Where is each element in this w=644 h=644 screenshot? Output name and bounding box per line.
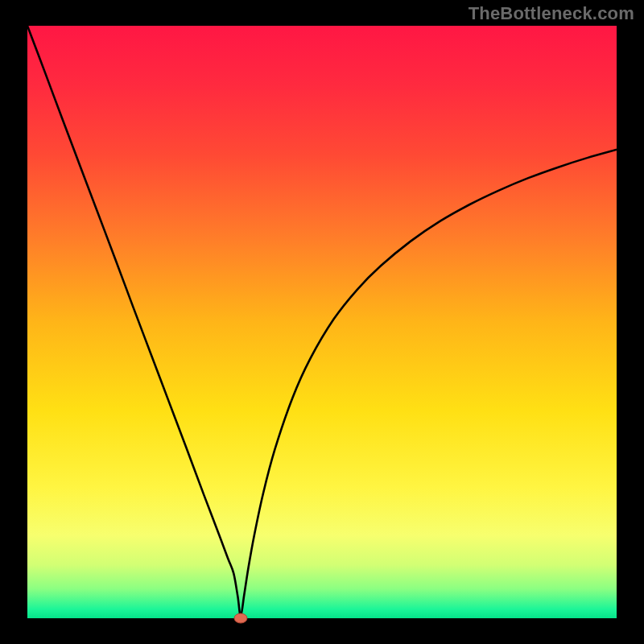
bottleneck-chart — [0, 0, 644, 644]
chart-frame: { "watermark": "TheBottleneck.com", "col… — [0, 0, 644, 644]
plot-background — [27, 26, 617, 618]
optimum-marker — [234, 613, 247, 623]
